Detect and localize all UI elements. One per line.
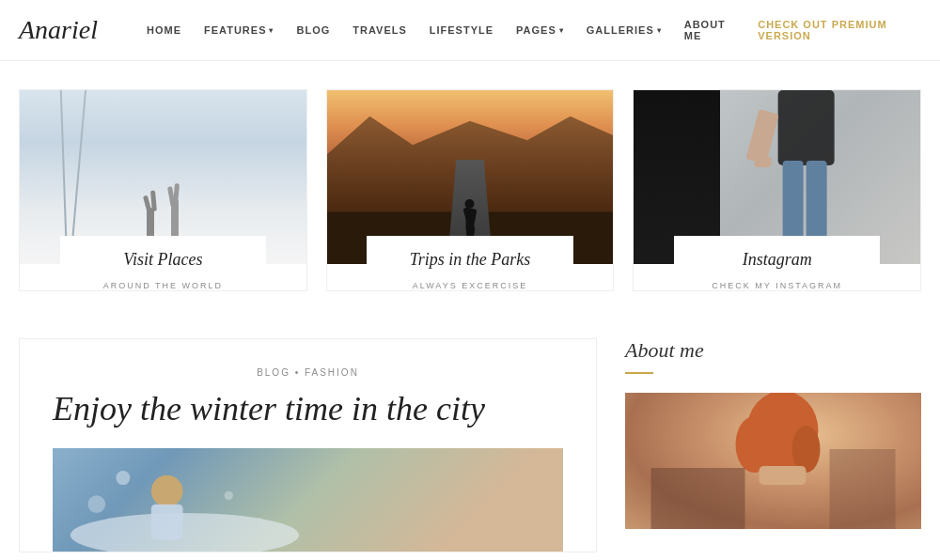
chevron-down-icon: ▾ [559, 26, 564, 35]
blog-image [53, 448, 563, 552]
svg-point-18 [70, 513, 299, 552]
svg-rect-5 [173, 183, 180, 204]
svg-rect-12 [777, 90, 834, 165]
site-logo[interactable]: Anariel [19, 15, 98, 45]
blog-title: Enjoy the winter time in the city [53, 389, 563, 429]
about-divider [625, 372, 653, 374]
blog-scene-svg [53, 448, 563, 552]
svg-rect-1 [143, 195, 152, 215]
svg-point-23 [87, 496, 105, 514]
blog-post[interactable]: BLOG • FASHION Enjoy the winter time in … [19, 338, 597, 552]
card-title-3: Instagram [693, 250, 861, 270]
card-title-1: Visit Places [79, 250, 247, 270]
card-instagram[interactable]: Instagram CHECK MY INSTAGRAM [633, 89, 921, 291]
card-visit-places[interactable]: Visit Places AROUND THE WORLD [19, 89, 307, 291]
nav-premium[interactable]: CHECK OUT PREMIUM VERSION [746, 19, 921, 41]
svg-rect-29 [651, 468, 745, 529]
nav-pages[interactable]: PAGES▾ [505, 24, 575, 36]
about-section: About me [625, 338, 921, 552]
svg-point-19 [151, 475, 183, 507]
card-subtitle-1: AROUND THE WORLD [79, 281, 247, 290]
about-person-svg [625, 393, 921, 529]
card-title-wrap-2: Trips in the Parks ALWAYS EXCERCISE [367, 236, 572, 290]
site-header: Anariel HOME FEATURES▾ BLOG TRAVELS LIFE… [0, 0, 940, 61]
blog-category: BLOG • FASHION [53, 367, 563, 378]
svg-point-22 [225, 491, 233, 500]
about-image [625, 393, 921, 529]
about-title: About me [625, 338, 921, 363]
chevron-down-icon: ▾ [657, 26, 662, 35]
card-title-wrap-1: Visit Places AROUND THE WORLD [60, 236, 266, 290]
svg-point-26 [736, 416, 774, 473]
bottom-section: BLOG • FASHION Enjoy the winter time in … [19, 338, 921, 552]
card-title-2: Trips in the Parks [385, 250, 554, 270]
card-subtitle-3: CHECK MY INSTAGRAM [693, 281, 861, 290]
main-content: Visit Places AROUND THE WORLD [0, 61, 940, 552]
nav-travels[interactable]: TRAVELS [341, 24, 418, 36]
card-subtitle-2: ALWAYS EXCERCISE [385, 281, 554, 290]
svg-point-21 [116, 471, 130, 485]
card-trips[interactable]: Trips in the Parks ALWAYS EXCERCISE [326, 89, 615, 291]
nav-galleries[interactable]: GALLERIES▾ [575, 24, 673, 36]
svg-rect-20 [151, 505, 183, 539]
nav-features[interactable]: FEATURES▾ [193, 24, 285, 36]
nav-blog[interactable]: BLOG [285, 24, 341, 36]
svg-rect-14 [806, 161, 826, 241]
cards-section: Visit Places AROUND THE WORLD [19, 89, 921, 291]
svg-point-27 [792, 426, 821, 473]
svg-rect-13 [782, 161, 803, 245]
chevron-down-icon: ▾ [269, 26, 274, 35]
svg-rect-30 [830, 449, 896, 529]
svg-rect-28 [760, 466, 807, 485]
svg-rect-15 [745, 109, 778, 164]
svg-point-6 [465, 199, 475, 209]
nav-home[interactable]: HOME [135, 24, 193, 36]
nav-lifestyle[interactable]: LIFESTYLE [418, 24, 505, 36]
svg-rect-16 [754, 156, 771, 167]
nav-about-me[interactable]: ABOUT ME [673, 19, 746, 41]
card-title-wrap-3: Instagram CHECK MY INSTAGRAM [674, 236, 880, 290]
main-nav: HOME FEATURES▾ BLOG TRAVELS LIFESTYLE PA… [135, 19, 921, 41]
